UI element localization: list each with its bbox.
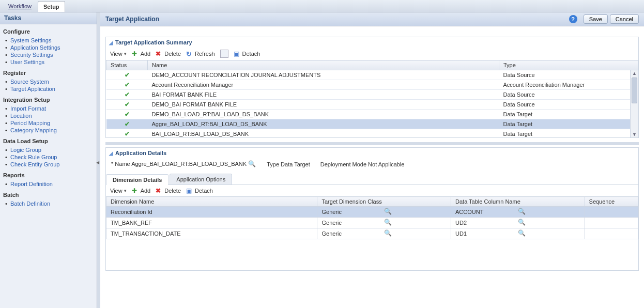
scroll-down-icon[interactable]: ▼ [631,131,638,137]
cell-type: Data Source [499,70,638,80]
table-row[interactable]: DEMO_BAI_LOAD_RT:BAI_LOAD_DS_BANK Data T… [106,110,638,119]
sidebar-link[interactable]: Import Format [10,105,46,112]
lookup-icon[interactable] [518,208,580,216]
name-label: Name [111,161,130,167]
page-title: Target Application [105,16,569,23]
sidebar-link[interactable]: Application Settings [10,44,60,51]
deploy-label: Deployment Mode [320,161,366,167]
horizontal-splitter[interactable] [105,142,639,145]
content-header: Target Application ? Save Cancel [100,12,644,26]
dim-toolbar: View Add Delete Detach [106,185,638,196]
summary-title: Target Application Summary [115,39,192,45]
sidebar-link[interactable]: Target Application [10,86,55,92]
cell-dim-class[interactable]: Generic [321,209,384,215]
collapse-icon[interactable]: ◢ [109,40,113,45]
lookup-icon[interactable] [518,229,580,238]
sidebar-link[interactable]: Security Settings [10,52,53,58]
sidebar-link[interactable]: Report Definition [10,181,53,187]
col-dim-seq[interactable]: Sequence [585,197,638,207]
cell-dim-name[interactable]: Reconciliation Id [106,207,317,218]
dim-detach-button[interactable]: Detach [186,187,213,194]
cell-dim-name[interactable]: TM_TRANSACTION_DATE [106,228,317,239]
table-row[interactable]: BAI FORMAT BANK FILE Data Source [106,90,638,100]
cell-type: Data Source [499,100,638,110]
table-row[interactable]: DEMO_ACCOUNT RECONCILIATION JOURNAL ADJU… [106,70,638,80]
dimension-grid: Dimension Name Target Dimension Class Da… [106,196,638,239]
sidebar-group-title: Register [3,70,94,76]
scroll-up-icon[interactable]: ▲ [631,70,638,76]
wrap-button[interactable] [220,50,228,58]
col-type[interactable]: Type [499,60,638,70]
cell-dim-name[interactable]: TM_BANK_REF [106,218,317,228]
col-name[interactable]: Name [148,60,499,70]
sidebar-link[interactable]: Period Mapping [10,120,50,126]
type-label: Type [267,161,279,167]
cell-type: Data Source [499,90,638,100]
summary-toolbar: View Add Delete Refresh Detach [106,48,638,60]
sidebar-link[interactable]: User Settings [10,59,44,65]
cell-dim-class[interactable]: Generic [321,220,384,226]
lookup-icon[interactable] [384,208,447,216]
dim-delete-button[interactable]: Delete [156,187,181,194]
cell-dim-seq[interactable] [585,228,638,239]
table-row[interactable]: Aggre_BAI_LOAD_RT:BAI_LOAD_DS_BANK Data … [106,119,638,129]
table-row[interactable]: Reconciliation Id Generic ACCOUNT [106,207,638,218]
sidebar-link[interactable]: Category Mapping [10,127,57,133]
add-button[interactable]: Add [132,50,151,57]
cell-dim-col[interactable]: UD1 [455,230,518,237]
details-panel: ◢ Application Details Name Aggre_BAI_LOA… [105,147,639,271]
delete-button[interactable]: Delete [156,50,181,57]
cell-name: DEMO_BAI FORMAT BANK FILE [148,100,499,110]
table-row[interactable]: BAI_LOAD_RT:BAI_LOAD_DS_BANK Data Target [106,129,638,138]
sidebar-link[interactable]: Check Entity Group [10,161,59,167]
name-lookup-icon[interactable] [248,160,256,168]
table-row[interactable]: Account Reconciliation Manager Account R… [106,80,638,90]
col-dim-class[interactable]: Target Dimension Class [317,197,451,207]
check-icon [125,72,130,78]
sidebar-link[interactable]: Check Rule Group [10,154,57,160]
lookup-icon[interactable] [384,229,447,238]
table-row[interactable]: DEMO_BAI FORMAT BANK FILE Data Source [106,100,638,110]
col-status[interactable]: Status [106,60,148,70]
cell-dim-seq[interactable] [585,207,638,218]
tab-dimension-details[interactable]: Dimension Details [106,174,168,185]
cell-type: Data Target [499,129,638,138]
col-dim-col[interactable]: Data Table Column Name [451,197,585,207]
tab-workflow[interactable]: Workflow [3,1,37,12]
tab-setup[interactable]: Setup [38,1,65,12]
sidebar-link[interactable]: Batch Definition [10,201,50,207]
detach-button[interactable]: Detach [234,50,260,57]
collapse-icon[interactable]: ◢ [109,150,113,156]
cell-dim-class[interactable]: Generic [321,230,384,237]
help-icon[interactable]: ? [569,15,577,23]
scroll-thumb[interactable] [632,78,637,103]
table-row[interactable]: TM_TRANSACTION_DATE Generic UD1 [106,228,638,239]
col-dim-name[interactable]: Dimension Name [106,197,317,207]
tab-application-options[interactable]: Application Options [170,174,232,184]
summary-scrollbar[interactable]: ▲ ▼ [630,70,638,137]
cell-dim-col[interactable]: UD2 [455,220,518,226]
cancel-button[interactable]: Cancel [610,14,639,24]
check-icon [125,91,130,98]
sidebar-group-title: Configure [3,28,94,35]
sidebar-splitter[interactable] [97,12,100,308]
sidebar-link[interactable]: System Settings [10,37,51,43]
cell-dim-col[interactable]: ACCOUNT [455,209,518,215]
check-icon [125,111,130,117]
dim-view-menu[interactable]: View [110,188,127,194]
lookup-icon[interactable] [384,219,447,227]
save-button[interactable]: Save [584,14,608,24]
name-value: Aggre_BAI_LOAD_RT:BAI_LOAD_DS_BANK [131,161,247,167]
table-row[interactable]: TM_BANK_REF Generic UD2 [106,218,638,228]
view-menu[interactable]: View [110,51,127,57]
refresh-button[interactable]: Refresh [186,50,215,57]
sidebar-link[interactable]: Location [10,113,32,119]
sidebar-link[interactable]: Source System [10,79,49,85]
cell-dim-seq[interactable] [585,218,638,228]
summary-panel: ◢ Target Application Summary View Add De… [105,37,639,138]
type-value: Data Target [281,161,310,167]
cell-name: Aggre_BAI_LOAD_RT:BAI_LOAD_DS_BANK [148,119,499,129]
sidebar-link[interactable]: Logic Group [10,147,41,153]
dim-add-button[interactable]: Add [132,187,151,194]
lookup-icon[interactable] [518,219,580,227]
